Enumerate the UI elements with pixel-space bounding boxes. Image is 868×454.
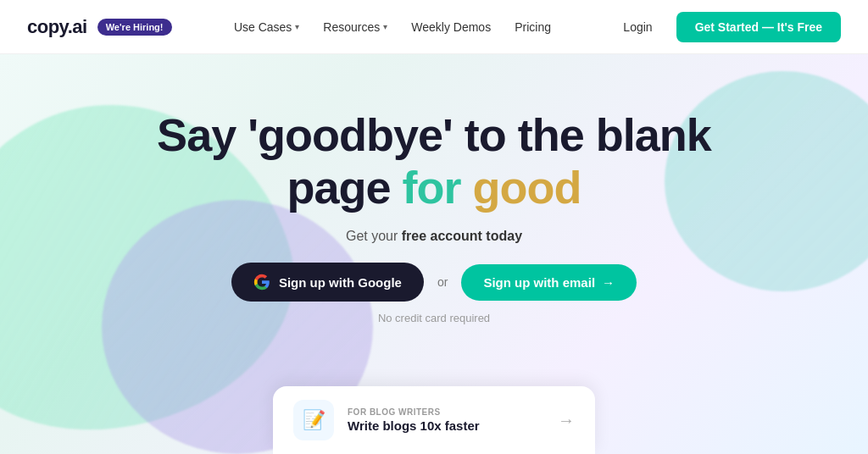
logo[interactable]: copy.ai — [27, 16, 87, 38]
nav-link-resources[interactable]: Resources ▾ — [314, 14, 396, 41]
get-started-button[interactable]: Get Started — It's Free — [676, 12, 841, 42]
blog-label: FOR BLOG WRITERS — [348, 407, 544, 417]
hero-title-line1: Say 'goodbye' to the blank — [157, 109, 711, 160]
blog-card[interactable]: 📝 FOR BLOG WRITERS Write blogs 10x faste… — [273, 386, 595, 454]
blog-icon: 📝 — [303, 409, 326, 431]
hero-subtitle: Get your free account today — [346, 229, 522, 244]
hero-title-line2: page for good — [287, 162, 581, 213]
for-text: for — [403, 162, 473, 213]
nav-link-use-cases[interactable]: Use Cases ▾ — [225, 14, 308, 41]
good-text: good — [473, 162, 581, 213]
cta-row: Sign up with Google or Sign up with emai… — [231, 263, 637, 302]
google-signup-button[interactable]: Sign up with Google — [231, 263, 424, 302]
hiring-badge[interactable]: We're Hiring! — [97, 19, 172, 36]
navbar: copy.ai We're Hiring! Use Cases ▾ Resour… — [0, 0, 868, 54]
blog-text: FOR BLOG WRITERS Write blogs 10x faster — [348, 407, 544, 433]
or-separator: or — [437, 275, 448, 289]
nav-link-weekly-demos[interactable]: Weekly Demos — [403, 14, 499, 41]
hero-section: Say 'goodbye' to the blank page for good… — [0, 54, 868, 454]
blog-title: Write blogs 10x faster — [348, 418, 544, 433]
chevron-down-icon: ▾ — [295, 22, 299, 31]
email-signup-button[interactable]: Sign up with email → — [461, 264, 637, 301]
login-button[interactable]: Login — [613, 14, 662, 41]
chevron-down-icon: ▾ — [383, 22, 387, 31]
nav-center: Use Cases ▾ Resources ▾ Weekly Demos Pri… — [225, 14, 559, 41]
hero-title: Say 'goodbye' to the blank page for good — [157, 108, 711, 213]
nav-left: copy.ai We're Hiring! — [27, 16, 172, 38]
nav-link-pricing[interactable]: Pricing — [506, 14, 559, 41]
blog-icon-wrap: 📝 — [293, 400, 334, 440]
hero-content: Say 'goodbye' to the blank page for good… — [0, 54, 868, 324]
no-credit-card-text: No credit card required — [378, 312, 490, 324]
logo-text: copy.ai — [27, 16, 87, 38]
google-icon — [253, 274, 270, 291]
blog-arrow-icon: → — [558, 411, 575, 430]
nav-right: Login Get Started — It's Free — [613, 12, 841, 42]
